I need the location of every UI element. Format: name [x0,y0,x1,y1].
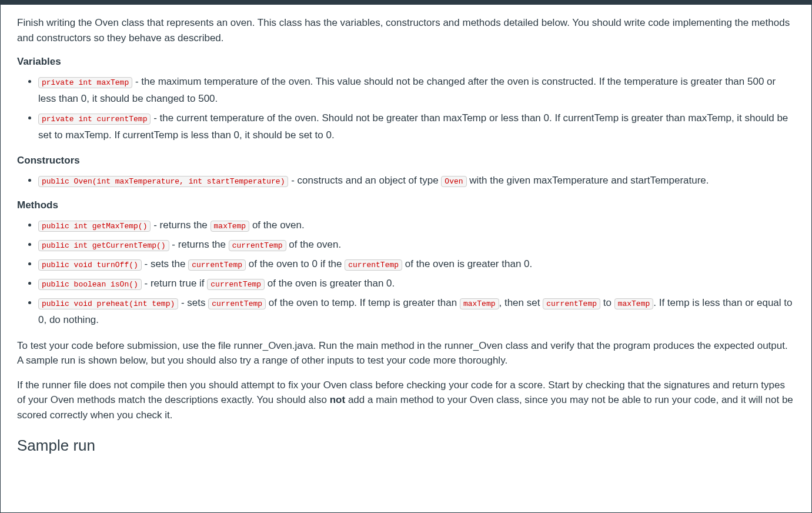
code-token: public int getMaxTemp() [38,221,151,232]
code-token: public void preheat(int temp) [38,298,178,309]
code-token: maxTemp [210,221,250,232]
list-item-desc: - returns the [169,239,229,250]
list-item-desc: with the given maxTemperature and startT… [467,175,709,186]
list-item-desc: - the maximum temperature of the oven. T… [38,76,776,104]
code-token: currentTemp [188,259,246,271]
list-item: public int getMaxTemp() - returns the ma… [38,217,795,234]
list-item-desc: - the current temperature of the oven. S… [38,112,788,141]
code-token: public int getCurrentTemp() [38,240,169,251]
list-item-desc: of the oven. [249,219,305,231]
section-heading-constructors: Constructors [17,155,795,166]
intro-paragraph: Finish writing the Oven class that repre… [17,15,795,45]
list-item-desc: of the oven to 0 if the [246,258,345,269]
code-token: currentTemp [345,259,402,271]
list-item-desc: , then set [499,297,543,308]
section-heading-variables: Variables [17,56,795,68]
code-token: maxTemp [460,298,499,309]
list-item-desc: - sets the [142,258,188,269]
code-token: public void turnOff() [38,259,142,271]
code-token: currentTemp [208,298,266,309]
code-token: public Oven(int maxTemperature, int star… [38,176,288,187]
content-frame: Finish writing the Oven class that repre… [0,5,812,513]
list-item: public int getCurrentTemp() - returns th… [38,236,795,254]
code-token: Oven [441,176,466,187]
section-heading-methods: Methods [17,199,795,211]
code-token: public boolean isOn() [38,279,142,290]
runner-para-bold: not [330,394,345,405]
constructors-list: public Oven(int maxTemperature, int star… [17,172,795,189]
list-item: public Oven(int maxTemperature, int star… [38,172,795,189]
sample-run-heading: Sample run [17,437,795,455]
code-token: maxTemp [614,298,654,309]
list-item: private int currentTemp - the current te… [38,110,795,144]
list-item-desc: of the oven. [286,239,342,250]
runner-paragraph: If the runner file does not compile then… [17,378,795,423]
code-token: currentTemp [543,298,600,309]
list-item-desc: of the oven is greater than 0. [402,258,532,269]
code-token: currentTemp [207,279,265,290]
list-item-desc: - sets [178,297,208,308]
list-item-desc: of the oven is greater than 0. [265,278,395,289]
methods-list: public int getMaxTemp() - returns the ma… [17,217,795,328]
list-item: private int maxTemp - the maximum temper… [38,74,795,108]
code-token: currentTemp [229,240,286,251]
top-bar [0,0,812,5]
list-item-desc: - return true if [142,278,207,289]
list-item-desc: - constructs and an object of type [288,175,441,186]
code-token: private int currentTemp [38,114,151,125]
list-item-desc: of the oven to temp. If temp is greater … [266,297,460,308]
list-item-desc: - returns the [151,219,210,231]
list-item-desc: to [600,297,614,308]
variables-list: private int maxTemp - the maximum temper… [17,74,795,144]
list-item: public void preheat(int temp) - sets cur… [38,295,795,329]
testing-paragraph: To test your code before submission, use… [17,338,795,368]
code-token: private int maxTemp [38,77,132,88]
list-item: public boolean isOn() - return true if c… [38,275,795,292]
list-item: public void turnOff() - sets the current… [38,256,795,273]
